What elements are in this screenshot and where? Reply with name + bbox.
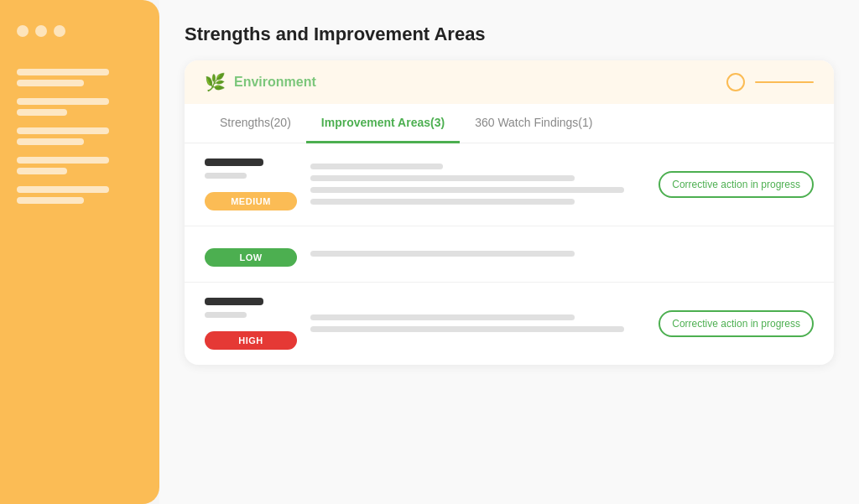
sidebar-dot-2 — [35, 25, 47, 37]
sidebar-line-group — [17, 186, 143, 204]
item-row-high: HIGH Corrective action in progress — [185, 282, 834, 365]
corrective-action-badge-medium[interactable]: Corrective action in progress — [659, 171, 814, 198]
main-card: 🌿 Environment Strengths(20) Improvement … — [185, 60, 834, 365]
sidebar-line-group — [17, 69, 143, 86]
sidebar — [0, 0, 159, 504]
sidebar-line — [17, 127, 109, 134]
sidebar-line — [17, 98, 109, 105]
header-circle-icon — [726, 73, 745, 91]
item-right-medium: Corrective action in progress — [654, 171, 814, 198]
sidebar-nav-lines — [17, 69, 143, 204]
severity-badge-low: LOW — [205, 248, 297, 267]
sidebar-dot-3 — [54, 25, 65, 37]
item-middle-high — [310, 314, 641, 332]
card-header: 🌿 Environment — [185, 60, 834, 104]
item-title-bar — [205, 298, 263, 305]
item-right-high: Corrective action in progress — [654, 310, 814, 337]
content-bar — [310, 175, 575, 181]
sidebar-line-group — [17, 157, 143, 174]
item-middle-low — [310, 251, 641, 257]
sidebar-line — [17, 138, 84, 145]
item-left-low: LOW — [205, 242, 297, 267]
item-row-low: LOW — [185, 226, 834, 283]
sidebar-line — [17, 69, 109, 75]
item-row-medium: MEDIUM Corrective action in progress — [185, 143, 834, 226]
sidebar-line — [17, 197, 84, 204]
tab-strengths[interactable]: Strengths(20) — [205, 104, 306, 143]
sidebar-line — [17, 186, 109, 193]
tabs-bar: Strengths(20) Improvement Areas(3) 360 W… — [185, 104, 834, 143]
sidebar-dot-1 — [17, 25, 29, 37]
severity-badge-medium: MEDIUM — [205, 192, 297, 210]
item-sub-bar — [205, 312, 247, 318]
item-left-high: HIGH — [205, 298, 297, 350]
sidebar-line-group — [17, 98, 143, 116]
item-title-bar — [205, 158, 263, 166]
card-category-title: Environment — [234, 75, 316, 90]
sidebar-line — [17, 168, 67, 174]
items-container: MEDIUM Corrective action in progress LOW — [185, 143, 834, 365]
content-bar — [310, 199, 575, 205]
leaf-icon: 🌿 — [205, 72, 226, 92]
page-title: Strengths and Improvement Areas — [185, 23, 834, 45]
tab-360-watch[interactable]: 360 Watch Findings(1) — [460, 104, 607, 143]
sidebar-line — [17, 80, 84, 86]
sidebar-line — [17, 157, 109, 164]
card-header-right — [726, 73, 814, 91]
sidebar-line-group — [17, 127, 143, 145]
item-sub-bar — [205, 173, 247, 179]
main-content: Strengths and Improvement Areas 🌿 Enviro… — [159, 0, 859, 504]
content-bar — [310, 164, 443, 169]
header-progress-line — [755, 81, 814, 84]
sidebar-line — [17, 109, 67, 116]
content-bar — [310, 187, 624, 193]
severity-badge-high: HIGH — [205, 331, 297, 350]
content-bar — [310, 314, 575, 320]
content-bar — [310, 326, 624, 332]
tab-improvement-areas[interactable]: Improvement Areas(3) — [306, 104, 460, 143]
card-header-left: 🌿 Environment — [205, 72, 316, 92]
item-left-medium: MEDIUM — [205, 158, 297, 210]
content-bar — [310, 251, 575, 257]
corrective-action-badge-high[interactable]: Corrective action in progress — [659, 310, 814, 337]
item-middle-medium — [310, 164, 641, 205]
sidebar-dots — [17, 25, 143, 37]
